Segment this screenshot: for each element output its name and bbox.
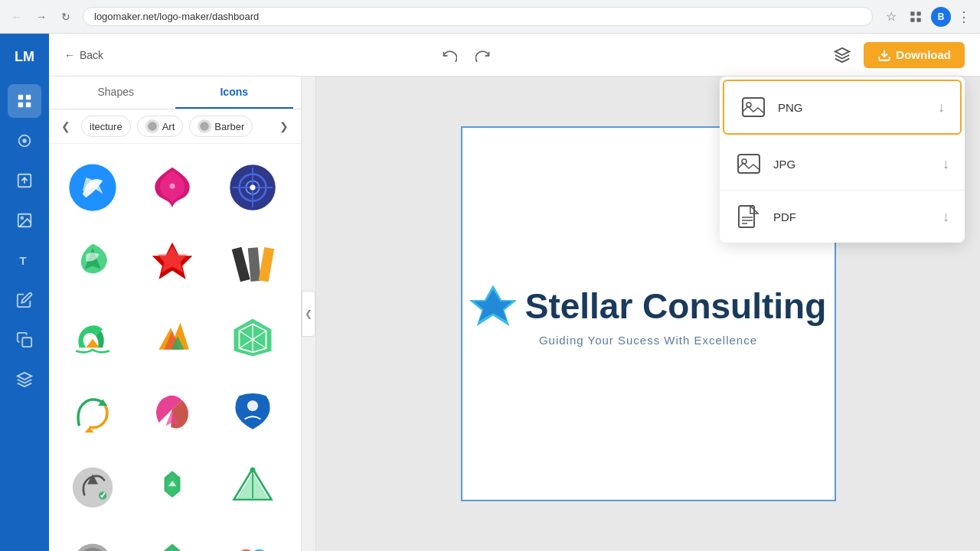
logo-icon-10[interactable] (58, 378, 127, 447)
svg-rect-15 (22, 337, 31, 347)
svg-rect-65 (738, 155, 760, 173)
svg-point-22 (170, 184, 175, 189)
forward-nav-btn[interactable]: → (34, 9, 49, 24)
svg-marker-16 (18, 373, 31, 380)
toolbar-left: ← Back (64, 49, 103, 61)
browser-actions: ☆ B ⋮ (882, 7, 971, 27)
tab-icons[interactable]: Icons (175, 77, 294, 109)
logo-icon-16[interactable] (58, 528, 127, 551)
back-button[interactable]: ← Back (64, 49, 103, 61)
category-bar: ❮ itecture Art (49, 109, 301, 144)
png-format-icon (740, 93, 767, 121)
tab-shapes[interactable]: Shapes (57, 77, 175, 109)
svg-rect-31 (258, 247, 274, 282)
cat-chip-architecture[interactable]: itecture (81, 116, 131, 137)
svg-rect-2 (910, 18, 914, 21)
png-label: PNG (778, 101, 927, 114)
pdf-format-icon (735, 203, 763, 230)
top-toolbar: ← Back Download (49, 34, 980, 77)
logo-icon-14[interactable] (138, 453, 207, 522)
app-container: LM T ← Ba (0, 34, 980, 551)
logo-icon-2[interactable] (138, 153, 207, 222)
logo-icon-4[interactable] (58, 228, 127, 297)
svg-point-20 (200, 122, 209, 131)
svg-marker-62 (474, 289, 512, 321)
svg-rect-1 (917, 11, 921, 15)
logo-icon-9[interactable] (218, 303, 287, 372)
logo-icon-5[interactable] (138, 228, 207, 297)
cat-next-btn[interactable]: ❯ (275, 117, 293, 135)
svg-point-28 (250, 185, 255, 191)
left-panel: Shapes Icons ❮ itecture Art (49, 77, 302, 551)
back-arrow-icon: ← (64, 49, 75, 61)
logo-icon-3[interactable] (218, 153, 287, 222)
toolbar-right: Download (828, 41, 965, 69)
toolbar-center (437, 43, 495, 67)
user-avatar[interactable]: B (931, 7, 951, 27)
logo-icon-11[interactable] (138, 378, 207, 447)
cat-chip-barber[interactable]: Barber (189, 116, 253, 137)
icons-grid (49, 144, 301, 551)
download-png-item[interactable]: PNG ↓ (723, 80, 962, 135)
svg-point-13 (21, 217, 23, 219)
panel-collapse[interactable]: ❮ (302, 77, 316, 551)
svg-point-19 (148, 122, 157, 131)
download-dropdown: PNG ↓ JPG ↓ (720, 77, 965, 243)
logo-icon-6[interactable] (218, 228, 287, 297)
download-jpg-item[interactable]: JPG ↓ (720, 138, 965, 191)
svg-text:T: T (20, 255, 27, 267)
svg-rect-63 (743, 98, 764, 116)
logo-icon-1[interactable] (58, 153, 127, 222)
sidebar-icon-edit[interactable] (8, 283, 41, 317)
download-button[interactable]: Download (864, 42, 965, 68)
app-logo: LM (9, 41, 40, 72)
sidebar-icon-text[interactable]: T (8, 243, 41, 277)
download-pdf-item[interactable]: PDF ↓ (720, 191, 965, 243)
cat-chips: itecture Art Barber (81, 116, 269, 137)
svg-marker-17 (835, 47, 849, 54)
logo-icon-7[interactable] (58, 303, 127, 372)
svg-rect-6 (18, 103, 23, 107)
extensions-icon[interactable] (906, 8, 925, 26)
logo-icon-18[interactable] (218, 528, 287, 551)
sidebar-icon-image[interactable] (8, 204, 41, 237)
back-nav-btn[interactable]: ← (9, 9, 24, 24)
cat-prev-btn[interactable]: ❮ (57, 117, 75, 135)
logo-mark (470, 282, 516, 331)
sidebar-icon-layers[interactable] (8, 363, 41, 396)
logo-icon-8[interactable] (138, 303, 207, 372)
jpg-label: JPG (773, 158, 932, 171)
redo-button[interactable] (471, 43, 495, 67)
layers-button[interactable] (828, 41, 856, 69)
bookmark-icon[interactable]: ☆ (882, 8, 900, 26)
sidebar-icon-upload[interactable] (8, 164, 41, 197)
jpg-download-icon: ↓ (942, 156, 949, 172)
svg-rect-30 (247, 247, 260, 282)
sidebar-icon-grid[interactable] (8, 84, 41, 118)
logo-icon-17[interactable] (138, 528, 207, 551)
sidebar-icon-copy[interactable] (8, 323, 41, 357)
logo-icon-12[interactable] (218, 378, 287, 447)
right-side: ← Back Download (49, 34, 980, 551)
logo-icon-15[interactable] (218, 453, 287, 522)
panel-tabs: Shapes Icons (49, 77, 301, 109)
cat-chip-art-icon (145, 119, 159, 133)
left-sidebar: LM T (0, 34, 49, 551)
undo-button[interactable] (437, 43, 462, 67)
browser-menu-icon[interactable]: ⋮ (957, 8, 971, 25)
logo-preview: Stellar Consulting Guiding Your Sucess W… (470, 282, 827, 347)
cat-chip-art[interactable]: Art (137, 116, 184, 137)
address-bar[interactable]: logomaker.net/logo-maker/dashboard (83, 7, 873, 26)
svg-point-41 (73, 468, 113, 508)
svg-point-40 (247, 400, 258, 411)
svg-rect-67 (739, 206, 754, 227)
logo-main-row: Stellar Consulting (470, 282, 827, 331)
jpg-format-icon (735, 150, 763, 178)
svg-rect-0 (910, 11, 914, 15)
sidebar-icon-shape[interactable] (8, 124, 41, 158)
svg-rect-4 (18, 95, 23, 99)
collapse-btn[interactable]: ❮ (302, 291, 315, 337)
svg-rect-3 (917, 18, 921, 21)
logo-icon-13[interactable] (58, 453, 127, 522)
reload-btn[interactable]: ↻ (58, 9, 74, 24)
